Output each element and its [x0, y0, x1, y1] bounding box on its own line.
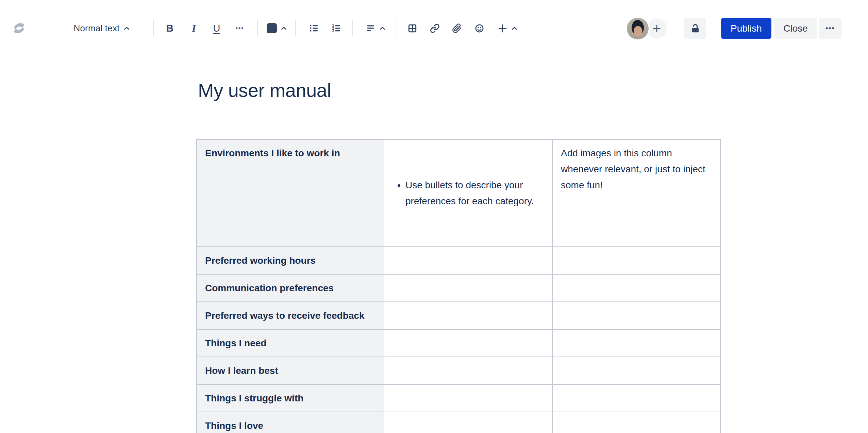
bold-icon: B [166, 22, 173, 34]
chevron-up-icon [512, 27, 517, 30]
row-label-cell[interactable]: Things I love [197, 412, 384, 433]
table-row: How I learn best [197, 357, 720, 384]
bullet-list-icon [309, 23, 319, 33]
plus-icon [498, 23, 507, 33]
text-color-button[interactable] [265, 18, 288, 39]
table-row: Things I love [197, 412, 720, 433]
plus-icon [652, 24, 662, 33]
link-button[interactable] [429, 18, 440, 39]
table-row: Environments I like to work in Use bulle… [197, 139, 720, 247]
table-row: Things I struggle with [197, 384, 720, 412]
unlock-button[interactable] [684, 18, 706, 39]
insert-button[interactable] [495, 18, 520, 39]
svg-text:3: 3 [332, 29, 334, 33]
row-label-cell[interactable]: Preferred working hours [197, 247, 384, 274]
user-avatar[interactable] [627, 18, 649, 39]
bullet-hint-cell[interactable]: Use bullets to describe your preferences… [384, 139, 552, 247]
text-color-swatch-icon [267, 23, 277, 33]
table-row: Preferred ways to receive feedback [197, 302, 720, 329]
toolbar-divider [257, 20, 258, 36]
empty-cell[interactable] [384, 274, 552, 302]
empty-cell[interactable] [552, 357, 720, 384]
row-label-cell[interactable]: Preferred ways to receive feedback [197, 302, 384, 329]
table-row: Preferred working hours [197, 247, 720, 274]
chevron-up-icon [124, 27, 130, 30]
image-hint-cell[interactable]: Add images in this column whenever relev… [552, 139, 720, 247]
toolbar-divider [153, 20, 154, 36]
editor-screen: Normal text B I U ••• [0, 0, 868, 433]
link-icon [430, 23, 440, 33]
row-label-cell[interactable]: How I learn best [197, 357, 384, 384]
row-label-cell[interactable]: Things I need [197, 329, 384, 357]
empty-cell[interactable] [552, 412, 720, 433]
text-style-dropdown[interactable]: Normal text [67, 18, 136, 39]
table-button[interactable] [406, 18, 418, 39]
underline-icon: U [213, 23, 220, 34]
empty-cell[interactable] [552, 329, 720, 357]
toolbar-divider [295, 20, 296, 36]
attachment-button[interactable] [451, 18, 463, 39]
text-style-label: Normal text [73, 23, 119, 34]
empty-cell[interactable] [552, 302, 720, 329]
empty-cell[interactable] [384, 357, 552, 384]
italic-icon: I [192, 22, 196, 34]
confluence-logo [11, 18, 27, 39]
bullet-list: Use bullets to describe your preferences… [393, 161, 544, 225]
bullet-item: Use bullets to describe your preferences… [405, 177, 544, 209]
close-button[interactable]: Close [774, 18, 817, 39]
bullet-list-button[interactable] [308, 18, 320, 39]
table-icon [407, 23, 417, 33]
more-actions-icon: ••• [825, 24, 835, 32]
confluence-logo-icon [11, 20, 27, 36]
page-title[interactable]: My user manual [198, 79, 331, 101]
align-left-icon [366, 23, 375, 33]
more-formatting-icon: ••• [236, 25, 244, 32]
more-actions-button[interactable]: ••• [819, 18, 841, 39]
empty-cell[interactable] [552, 274, 720, 302]
paperclip-icon [452, 23, 462, 33]
editor-toolbar: Normal text B I U ••• [0, 0, 868, 51]
row-label-cell[interactable]: Things I struggle with [197, 384, 384, 412]
row-label-cell[interactable]: Communication preferences [197, 274, 384, 302]
toolbar-divider [396, 20, 396, 36]
emoji-button[interactable] [473, 18, 485, 39]
unlock-icon [690, 23, 700, 34]
emoji-icon [474, 23, 484, 33]
underline-button[interactable]: U [210, 18, 223, 39]
align-button[interactable] [363, 18, 388, 39]
empty-cell[interactable] [384, 384, 552, 412]
numbered-list-button[interactable]: 1 2 3 [330, 18, 343, 39]
empty-cell[interactable] [384, 329, 552, 357]
empty-cell[interactable] [384, 412, 552, 433]
row-label-cell[interactable]: Environments I like to work in [197, 139, 384, 247]
table-row: Communication preferences [197, 274, 720, 302]
chevron-up-icon [380, 27, 385, 30]
empty-cell[interactable] [552, 247, 720, 274]
numbered-list-icon: 1 2 3 [331, 23, 341, 33]
empty-cell[interactable] [552, 384, 720, 412]
table-row: Things I need [197, 329, 720, 357]
empty-cell[interactable] [384, 302, 552, 329]
bold-button[interactable]: B [163, 18, 177, 39]
empty-cell[interactable] [384, 247, 552, 274]
chevron-up-icon [281, 27, 287, 30]
content-table: Environments I like to work in Use bulle… [196, 139, 721, 433]
toolbar-divider [352, 20, 353, 36]
add-collaborator-button[interactable] [647, 18, 667, 39]
publish-button[interactable]: Publish [721, 18, 771, 39]
more-formatting-button[interactable]: ••• [232, 18, 247, 39]
italic-button[interactable]: I [187, 18, 201, 39]
